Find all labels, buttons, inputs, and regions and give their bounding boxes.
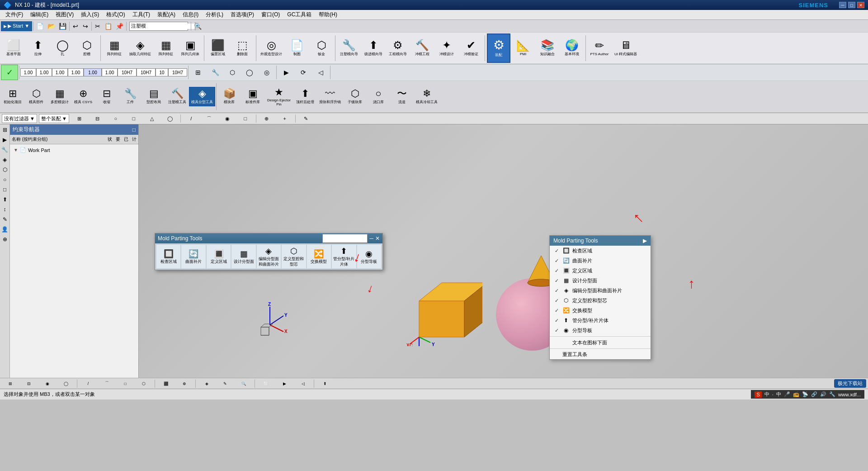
menu-analysis[interactable]: 分析(L) [202, 10, 227, 19]
value-input-8[interactable] [137, 68, 156, 76]
pts-author-btn[interactable]: ✏ PTS Author [588, 33, 611, 63]
ctx-item-check-region[interactable]: ✓ 🔲 检查区域 [550, 246, 651, 256]
bottom-btn-17[interactable]: ⬆ [316, 379, 334, 388]
tree-item-workpart[interactable]: ▼ 📄 Work Part [12, 146, 137, 154]
delete-face-btn[interactable]: ⬚ 删除面 [231, 33, 254, 63]
ime-link-icon[interactable]: 🔗 [811, 391, 817, 397]
bottom-btn-6[interactable]: ⌒ [98, 379, 115, 388]
sel-btn-1[interactable]: ⊞ [71, 114, 88, 123]
bottom-btn-8[interactable]: ⬡ [135, 379, 152, 388]
value-input-10[interactable] [168, 68, 187, 76]
ime-settings-icon[interactable]: 🔧 [829, 391, 835, 397]
sidebar-icon-9[interactable]: ↕ [0, 205, 9, 214]
nav-expand-icon[interactable]: □ [132, 127, 136, 133]
extract-btn[interactable]: ◈ 抽取几何特征 [127, 33, 153, 63]
ime-lang[interactable]: 中 [764, 391, 769, 398]
bottom-btn-2[interactable]: ⊟ [20, 379, 38, 388]
styling-btn[interactable]: ◎ 外观造型设计 [258, 33, 284, 63]
bottom-btn-4[interactable]: ◯ [57, 379, 75, 388]
small-btn-2[interactable]: 🔧 [207, 65, 224, 80]
menu-gctoolbox[interactable]: GC工具箱 [283, 10, 315, 19]
window-close-btn[interactable]: ✕ [857, 2, 864, 8]
parting-tools-btn[interactable]: ◈ 模具分型工具 [189, 87, 215, 106]
paste-btn[interactable]: 📌 [114, 21, 125, 31]
ime-network-icon[interactable]: 📡 [802, 391, 808, 397]
value-input-3[interactable] [52, 68, 68, 76]
bottom-btn-15[interactable]: ▶ [276, 379, 293, 388]
mold-tools-btn[interactable]: 🔨 注塑模工具 [165, 87, 189, 106]
ime-input-mode[interactable]: 中 [776, 391, 781, 398]
bottom-btn-9[interactable]: ⬛ [157, 379, 175, 388]
sel-btn-7[interactable]: / [183, 114, 200, 123]
ctx-item-design-parting[interactable]: ✓ ▦ 设计分型面 [550, 276, 651, 285]
mold-dropdown[interactable]: 添加或移除按钮▼ [322, 234, 368, 243]
bottom-btn-7[interactable]: □ [117, 379, 134, 388]
open-btn[interactable]: 📂 [46, 21, 57, 31]
gate-lib-btn[interactable]: ○ 浇口库 [367, 87, 390, 106]
stamping-btn[interactable]: 🔨 冲模工程 [410, 33, 434, 63]
small-btn-8[interactable]: ◁ [312, 65, 329, 80]
check-region-btn[interactable]: 🔲 检查区域 [156, 245, 180, 268]
mold-panel-minimize[interactable]: ─ [369, 235, 373, 242]
sel-btn-6[interactable]: ◯ [161, 114, 179, 123]
cooling-btn[interactable]: ❄ 模具冷却工具 [414, 87, 440, 106]
sel-btn-13[interactable]: ✎ [297, 114, 315, 123]
bottom-btn-12[interactable]: ✎ [217, 379, 234, 388]
sel-btn-4[interactable]: □ [125, 114, 142, 123]
value-input-4[interactable] [68, 68, 84, 76]
ctx-item-swap-model[interactable]: ✓ 🔀 交换模型 [550, 305, 651, 315]
slider-btn[interactable]: 〰 滑块和浮升销 [317, 87, 343, 106]
viewport-3d[interactable]: Z XC Y Z X Y [139, 124, 868, 378]
small-btn-6[interactable]: ▶ [278, 65, 295, 80]
bottom-btn-16[interactable]: ◁ [294, 379, 311, 388]
sel-btn-3[interactable]: ○ [107, 114, 124, 123]
value-input-1[interactable] [20, 68, 36, 76]
mold-panel-close[interactable]: ✕ [375, 235, 380, 242]
menu-insert[interactable]: 插入(S) [77, 10, 103, 19]
menu-window[interactable]: 窗口(O) [258, 10, 283, 19]
small-btn-3[interactable]: ⬡ [224, 65, 241, 80]
sidebar-icon-10[interactable]: ✎ [0, 215, 9, 224]
value-input-7[interactable] [118, 68, 137, 76]
copy-btn[interactable]: 📋 [103, 21, 114, 31]
sidebar-icon-12[interactable]: ⊕ [0, 235, 9, 244]
new-btn[interactable]: 📄 [34, 21, 46, 31]
bottom-btn-14[interactable]: ⬜ [257, 379, 274, 388]
manage-parting-btn[interactable]: ⬆ 管分型/补片片体 [332, 245, 356, 268]
design-ejector-btn[interactable]: ★ Design Ejector Pin [264, 86, 293, 108]
sub-insert-btn[interactable]: ⬡ 子镶块库 [343, 87, 367, 106]
ui-editor-btn[interactable]: 🖥 UI 样式编辑器 [612, 33, 639, 63]
cavity-layout-btn[interactable]: ▤ 型腔布局 [142, 87, 165, 106]
ime-volume-icon[interactable]: 🔊 [820, 391, 826, 397]
sel-btn-8[interactable]: ⌒ [201, 114, 218, 123]
sel-btn-2[interactable]: ⊟ [89, 114, 106, 123]
cut-btn[interactable]: ✂ [93, 21, 103, 31]
swap-model-btn[interactable]: 🔀 交换模型 [307, 245, 331, 268]
sidebar-icon-1[interactable]: ⊞ [0, 125, 9, 134]
sel-btn-10[interactable]: □ [237, 114, 254, 123]
die-verify-btn[interactable]: ✔ 冲模验证 [459, 33, 483, 63]
ime-radio-icon[interactable]: 📻 [793, 391, 799, 397]
surface-patch-btn[interactable]: 🔄 曲面补片 [181, 245, 205, 268]
sidebar-icon-2[interactable]: ▶ [0, 135, 9, 144]
mold-csys-btn[interactable]: ⊕ 模具 CSYS [71, 87, 95, 106]
define-region-btn[interactable]: 🔳 定义区域 [207, 245, 231, 268]
bottom-btn-3[interactable]: ◉ [39, 379, 56, 388]
assembly-btn[interactable]: ⚙ 装配 [487, 33, 510, 63]
workpiece-btn[interactable]: 🔧 工件 [118, 87, 142, 106]
progressive-btn[interactable]: ⬆ 级进模向导 [362, 33, 385, 63]
small-btn-5[interactable]: ◎ [258, 65, 275, 80]
menu-info[interactable]: 信息(I) [179, 10, 202, 19]
ctx-item-manage-parting[interactable]: ✓ ⬆ 管分型/补片片体 [550, 315, 651, 325]
window-restore-btn[interactable]: □ [848, 2, 855, 8]
small-btn-1[interactable]: ⊞ [189, 65, 207, 80]
bottom-btn-11[interactable]: ◈ [198, 379, 215, 388]
menu-assembly[interactable]: 装配(A) [154, 10, 179, 19]
small-btn-4[interactable]: ◯ [241, 65, 258, 80]
menu-view[interactable]: 视图(V) [52, 10, 77, 19]
ctx-item-define-core[interactable]: ✓ ⬡ 定义型腔和型芯 [550, 295, 651, 305]
sheet-metal-btn[interactable]: ⬡ 钣金 [310, 33, 333, 63]
bottom-btn-1[interactable]: ⊞ [2, 379, 19, 388]
menu-edit[interactable]: 编辑(E) [27, 10, 52, 19]
menu-file[interactable]: 文件(F) [2, 10, 27, 19]
